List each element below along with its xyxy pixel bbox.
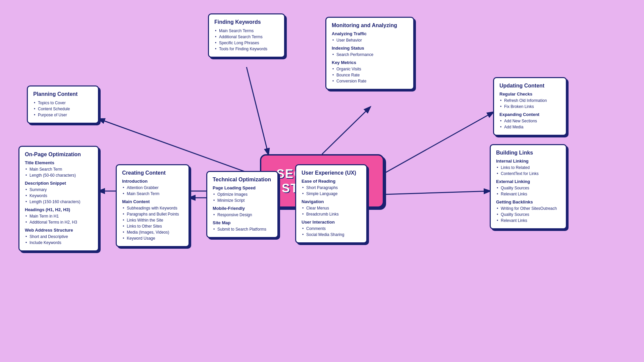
- finding-keywords-list: Main Search Terms Additional Search Term…: [214, 28, 279, 52]
- list-item: Attention Grabber: [122, 185, 183, 191]
- technical-card: Technical Optimization Page Loading Spee…: [206, 171, 278, 238]
- list-item: Organic Visits: [332, 66, 408, 72]
- ux-s3: User Interaction: [302, 220, 361, 225]
- list-item: Short Paragraphs: [302, 185, 361, 191]
- list-item: Paragraphs and Bullet Points: [122, 211, 183, 217]
- list-item: Optimize Images: [213, 191, 272, 197]
- list-item: Links to Other Sites: [122, 223, 183, 229]
- list-item: User Behavior: [332, 37, 408, 43]
- list-item: Social Media Sharing: [302, 232, 361, 238]
- list-item: Quality Sources: [496, 212, 560, 218]
- creating-s2: Main Content: [122, 199, 183, 204]
- finding-keywords-title: Finding Keywords: [214, 19, 279, 25]
- technical-title: Technical Optimization: [213, 177, 272, 183]
- finding-keywords-card: Finding Keywords Main Search Terms Addit…: [208, 13, 285, 58]
- list-item: Links Within the Site: [122, 217, 183, 223]
- ux-title: User Experience (UX): [302, 170, 361, 176]
- list-item: Clear Menus: [302, 205, 361, 211]
- list-item: Writing for Other SitesOutreach: [496, 205, 560, 212]
- technical-s1: Page Loading Speed: [213, 185, 272, 190]
- on-page-s2: Description Snippet: [25, 181, 93, 186]
- monitoring-s2-list: Search Performance: [332, 52, 408, 58]
- list-item: Topics to Cover: [33, 100, 93, 106]
- ux-card: User Experience (UX) Ease of Reading Sho…: [295, 164, 367, 243]
- svg-line-8: [384, 191, 490, 194]
- building-s2: External Linking: [496, 179, 560, 184]
- list-item: Links to Related: [496, 165, 560, 171]
- list-item: Keywords: [25, 193, 93, 199]
- monitoring-s3: Key Metrics: [332, 60, 408, 65]
- monitoring-title: Monitoring and Analyzing: [332, 22, 408, 28]
- list-item: Add New Sections: [499, 118, 560, 124]
- list-item: Length (50-60 characters): [25, 172, 93, 178]
- on-page-card: On-Page Optimization Title Elements Main…: [18, 146, 99, 251]
- monitoring-s1-list: User Behavior: [332, 37, 408, 43]
- list-item: Main Term in H1: [25, 213, 93, 219]
- monitoring-s2: Indexing Status: [332, 46, 408, 51]
- on-page-s1: Title Elements: [25, 160, 93, 165]
- on-page-title: On-Page Optimization: [25, 152, 93, 158]
- planning-card: Planning Content Topics to Cover Content…: [27, 85, 99, 124]
- list-item: Main Search Terms: [214, 28, 279, 34]
- list-item: Quality Sources: [496, 185, 560, 191]
- ux-s1: Ease of Reading: [302, 179, 361, 184]
- list-item: Add Media: [499, 124, 560, 130]
- planning-title: Planning Content: [33, 91, 93, 97]
- list-item: Relevant Links: [496, 218, 560, 224]
- building-s3: Getting Backlinks: [496, 199, 560, 204]
- list-item: Relevant Links: [496, 191, 560, 197]
- creating-s1: Introduction: [122, 179, 183, 184]
- svg-line-1: [322, 107, 370, 154]
- list-item: Media (Images, Videos): [122, 229, 183, 235]
- updating-title: Updating Content: [499, 83, 560, 89]
- list-item: Subheadings with Keywords: [122, 205, 183, 211]
- svg-line-0: [247, 67, 268, 154]
- list-item: Conversion Rate: [332, 78, 408, 84]
- list-item: Refresh Old Information: [499, 98, 560, 104]
- list-item: Minimize Script: [213, 197, 272, 203]
- building-links-title: Building Links: [496, 150, 560, 156]
- list-item: Comments: [302, 226, 361, 232]
- list-item: ContentText for Links: [496, 171, 560, 177]
- list-item: Main Search Term: [122, 191, 183, 197]
- list-item: Fix Broken Links: [499, 104, 560, 110]
- monitoring-s1: Analyzing Traffic: [332, 31, 408, 36]
- updating-s2: Expanding Content: [499, 112, 560, 117]
- list-item: Responsive Design: [213, 212, 272, 218]
- planning-list: Topics to Cover Content Schedule Purpose…: [33, 100, 93, 118]
- list-item: Simple Language: [302, 191, 361, 197]
- list-item: Search Performance: [332, 52, 408, 58]
- on-page-s4: Web Address Structure: [25, 228, 93, 233]
- updating-s2-list: Add New Sections Add Media: [499, 118, 560, 130]
- ux-s2: Navigation: [302, 199, 361, 204]
- list-item: Short and Descriptive: [25, 234, 93, 240]
- monitoring-card: Monitoring and Analyzing Analyzing Traff…: [325, 17, 414, 90]
- list-item: Main Search Term: [25, 166, 93, 172]
- technical-s2: Mobile-Friendly: [213, 206, 272, 211]
- list-item: Additional Search Terms: [214, 34, 279, 40]
- list-item: Bounce Rate: [332, 72, 408, 78]
- technical-s3: Site Map: [213, 220, 272, 225]
- list-item: Length (150-160 characters): [25, 199, 93, 205]
- list-item: Content Schedule: [33, 106, 93, 112]
- list-item: Specific Long Phrases: [214, 40, 279, 46]
- building-s1: Internal Linking: [496, 159, 560, 164]
- list-item: Summary: [25, 187, 93, 193]
- list-item: Submit to Search Platforms: [213, 226, 272, 232]
- svg-line-3: [382, 112, 493, 174]
- monitoring-s3-list: Organic Visits Bounce Rate Conversion Ra…: [332, 66, 408, 84]
- list-item: Additional Terms in H2, H3: [25, 219, 93, 225]
- list-item: Purpose of User: [33, 112, 93, 118]
- creating-title: Creating Content: [122, 170, 183, 176]
- updating-card: Updating Content Regular Checks Refresh …: [493, 77, 567, 136]
- list-item: Tools for Finding Keywords: [214, 46, 279, 52]
- updating-s1-list: Refresh Old Information Fix Broken Links: [499, 98, 560, 110]
- creating-card: Creating Content Introduction Attention …: [116, 164, 190, 247]
- list-item: Include Keywords: [25, 240, 93, 246]
- updating-s1: Regular Checks: [499, 92, 560, 97]
- list-item: Breadcrumb Links: [302, 211, 361, 217]
- list-item: Keyword Usage: [122, 235, 183, 241]
- on-page-s3: Headings (H1, H2, H3): [25, 207, 93, 212]
- building-links-card: Building Links Internal Linking Links to…: [490, 144, 567, 229]
